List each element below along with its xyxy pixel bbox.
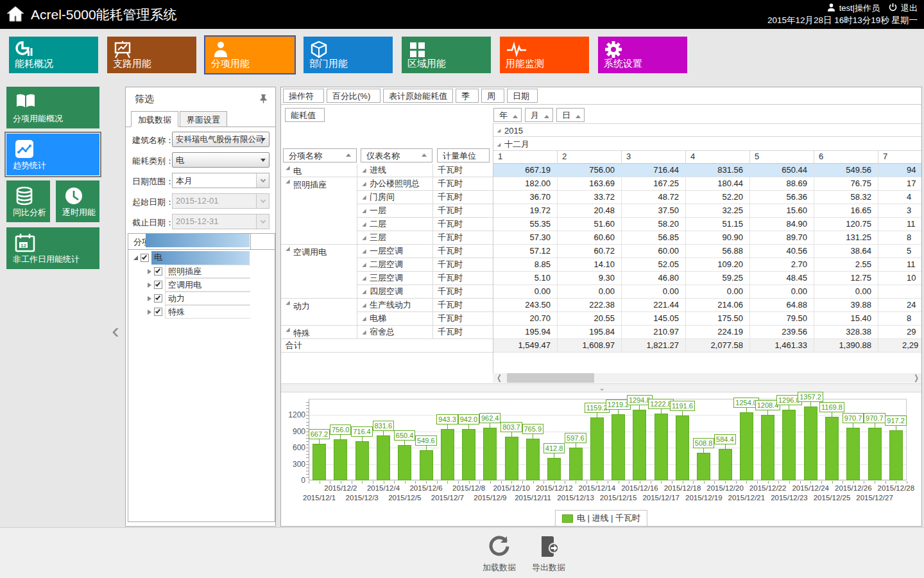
- day-column-header-1[interactable]: 1: [493, 150, 557, 164]
- category-cell[interactable]: 特殊: [281, 326, 357, 339]
- nav-tile-2[interactable]: 支路用能: [107, 37, 196, 73]
- meter-cell[interactable]: 门房间: [357, 191, 432, 204]
- day-column-header-6[interactable]: 6: [814, 150, 878, 164]
- tree-node-3[interactable]: 动力: [148, 292, 271, 305]
- nav-tile-5[interactable]: 区域用能: [402, 37, 491, 73]
- category-cell[interactable]: 空调用电: [281, 245, 357, 299]
- pin-icon[interactable]: [259, 94, 268, 105]
- value-cell: 109.20: [685, 258, 749, 272]
- sidebar-tile-4[interactable]: 逐时用能: [56, 180, 99, 222]
- day-column-header-5[interactable]: 5: [749, 150, 814, 164]
- building-select[interactable]: 安科瑞电气股份有限公司: [172, 132, 270, 147]
- legend-swatch: [562, 514, 573, 523]
- pivot-filter-chip-3[interactable]: 表计原始能耗值: [383, 89, 453, 103]
- logout-button[interactable]: 退出: [901, 3, 918, 14]
- scrollbar-thumb[interactable]: [507, 373, 594, 383]
- nav-tile-1[interactable]: 能耗概况: [9, 37, 98, 73]
- bar-2015/12/9: [483, 428, 497, 480]
- checkbox[interactable]: [141, 254, 149, 262]
- meter-cell[interactable]: 进线: [357, 164, 432, 177]
- day-column-header-4[interactable]: 4: [685, 150, 749, 164]
- value-cell: 180.44: [685, 177, 749, 191]
- sidebar-tile-3[interactable]: 同比分析: [6, 180, 50, 222]
- value-cell: 57.12: [493, 245, 557, 258]
- checkbox[interactable]: [154, 267, 162, 276]
- category-select[interactable]: 电: [172, 152, 270, 168]
- meter-cell[interactable]: 一层空调: [357, 245, 432, 258]
- row-field-chip-3[interactable]: 计量单位: [437, 148, 490, 162]
- meter-cell[interactable]: 电梯: [357, 312, 432, 326]
- tree-node-4[interactable]: 特殊: [148, 305, 271, 319]
- meter-cell[interactable]: 二层: [357, 218, 432, 231]
- x-axis-date-label: 2015/12/6: [403, 484, 449, 492]
- pivot-filter-chip-5[interactable]: 周: [481, 89, 504, 103]
- bar-2015/12/17: [654, 414, 668, 480]
- scroll-left-arrow[interactable]: ❬: [494, 373, 504, 383]
- category-cell[interactable]: 电: [281, 164, 357, 177]
- tree-node-2[interactable]: 空调用电: [148, 278, 271, 292]
- meter-cell[interactable]: 一层: [357, 204, 432, 218]
- bar-value-label: 1191.6: [670, 401, 695, 411]
- unit-cell: 千瓦时: [432, 299, 493, 312]
- pivot-filter-chip-2[interactable]: 百分比(%): [327, 89, 381, 103]
- load-data-button[interactable]: 加载数据: [477, 534, 522, 574]
- nav-tile-label: 能耗概况: [15, 58, 53, 70]
- meter-cell[interactable]: 二层空调: [357, 258, 432, 272]
- category-cell[interactable]: 照明插座: [281, 177, 357, 245]
- row-field-chip-2[interactable]: 仪表名称: [361, 148, 432, 162]
- date-range-select[interactable]: 本月: [172, 173, 270, 188]
- column-field-chip-1[interactable]: 年: [493, 108, 522, 122]
- x-axis-date-label: 2015/12/22: [745, 484, 791, 492]
- checkbox[interactable]: [154, 281, 162, 289]
- meter-cell[interactable]: 三层空调: [357, 272, 432, 285]
- tab-ui-settings[interactable]: 界面设置: [180, 111, 227, 127]
- value-cell-clipped: 8: [878, 312, 922, 326]
- nav-tile-6[interactable]: 用能监测: [500, 37, 589, 73]
- x-axis-date-label: 2015/12/14: [574, 484, 620, 492]
- tab-load-data[interactable]: 加载数据: [131, 111, 178, 127]
- value-cell: 549.56: [814, 164, 878, 177]
- meter-cell[interactable]: 生产线动力: [357, 299, 432, 312]
- sidebar-tile-5[interactable]: 12非工作日用能统计: [6, 227, 99, 269]
- tree-node-1[interactable]: 照明插座: [148, 265, 271, 278]
- home-icon[interactable]: [5, 4, 26, 26]
- checkbox[interactable]: [154, 308, 162, 316]
- nav-tile-4[interactable]: 部门用能: [304, 37, 393, 73]
- row-field-chip-1[interactable]: 分项名称: [283, 148, 357, 162]
- nav-tile-3[interactable]: 分项用能: [205, 37, 295, 73]
- meter-cell[interactable]: 三层: [357, 231, 432, 245]
- meter-cell[interactable]: 宿舍总: [357, 326, 432, 339]
- x-axis-date-label: 2015/12/16: [617, 484, 663, 492]
- pivot-filter-chip-4[interactable]: 季: [456, 89, 479, 103]
- meter-cell[interactable]: 四层空调: [357, 285, 432, 299]
- scroll-right-arrow[interactable]: ❭: [911, 373, 921, 383]
- year-group-row[interactable]: 2015: [493, 123, 922, 137]
- day-column-header-3[interactable]: 3: [621, 150, 685, 164]
- pivot-filter-chip-6[interactable]: 日期: [507, 89, 538, 103]
- splitter-collapse-button[interactable]: ⌄: [281, 383, 922, 392]
- tree-node-root[interactable]: 电: [133, 251, 271, 265]
- y-axis-tick-label: 600: [282, 443, 305, 452]
- footer-bar: 加载数据导出数据: [0, 527, 924, 578]
- bar-2015/12/20: [719, 449, 732, 480]
- filter-title: 筛选: [135, 93, 154, 105]
- x-axis-date-label: 2015/12/11: [510, 494, 556, 502]
- meter-cell[interactable]: 办公楼照明总: [357, 177, 432, 191]
- column-field-chip-3[interactable]: 日: [556, 108, 585, 122]
- top-bar: Acrel-5000能耗管理系统 test|操作员 退出 2015年12月28日…: [0, 0, 924, 29]
- power-icon[interactable]: [888, 3, 898, 14]
- day-column-header-2[interactable]: 2: [557, 150, 621, 164]
- horizontal-scrollbar[interactable]: ❬ ❭: [493, 373, 922, 383]
- panel-collapse-chevron[interactable]: ‹: [108, 319, 123, 343]
- category-cell[interactable]: 动力: [281, 299, 357, 326]
- day-column-header-7[interactable]: 7: [878, 150, 922, 164]
- month-group-row[interactable]: 十二月: [493, 137, 922, 151]
- value-field-chip[interactable]: 能耗值: [285, 108, 325, 122]
- checkbox[interactable]: [154, 294, 162, 302]
- sidebar-tile-1[interactable]: 分项用能概况: [6, 87, 99, 128]
- sidebar-tile-2[interactable]: 趋势统计: [6, 134, 99, 175]
- export-data-button[interactable]: 导出数据: [526, 534, 571, 574]
- pivot-filter-chip-1[interactable]: 操作符: [283, 89, 324, 103]
- column-field-chip-2[interactable]: 月: [525, 108, 553, 122]
- nav-tile-7[interactable]: 系统设置: [598, 37, 687, 73]
